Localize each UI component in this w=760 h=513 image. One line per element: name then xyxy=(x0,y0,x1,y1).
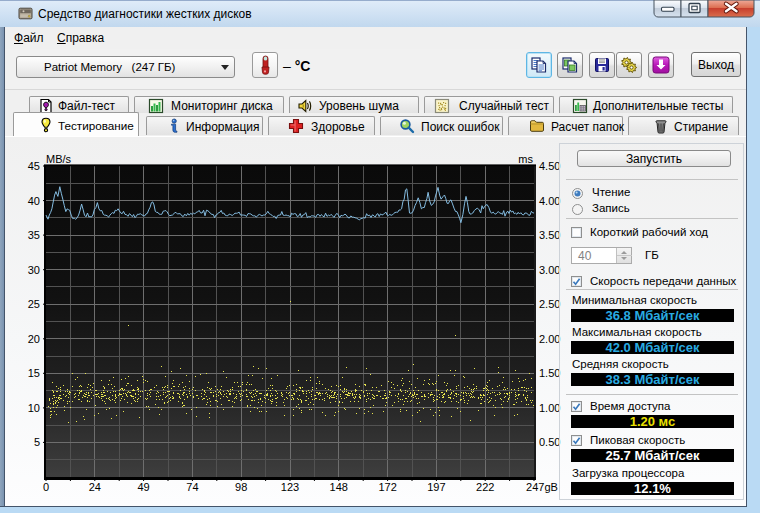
svg-text:3.00: 3.00 xyxy=(539,264,560,276)
svg-text:123: 123 xyxy=(281,481,299,493)
svg-text:40: 40 xyxy=(28,195,40,207)
svg-text:74: 74 xyxy=(186,481,198,493)
svg-text:35: 35 xyxy=(28,229,40,241)
svg-text:49: 49 xyxy=(137,481,149,493)
svg-text:15: 15 xyxy=(28,367,40,379)
svg-text:2.50: 2.50 xyxy=(539,298,560,310)
svg-text:4.00: 4.00 xyxy=(539,195,560,207)
svg-text:2.00: 2.00 xyxy=(539,333,560,345)
svg-text:25: 25 xyxy=(28,298,40,310)
svg-text:197: 197 xyxy=(427,481,445,493)
svg-text:0.50: 0.50 xyxy=(539,436,560,448)
svg-text:5: 5 xyxy=(34,436,40,448)
svg-text:1.50: 1.50 xyxy=(539,367,560,379)
svg-text:10: 10 xyxy=(28,402,40,414)
svg-text:0: 0 xyxy=(43,481,49,493)
svg-text:98: 98 xyxy=(235,481,247,493)
svg-text:222: 222 xyxy=(476,481,494,493)
svg-text:30: 30 xyxy=(28,264,40,276)
svg-text:148: 148 xyxy=(330,481,348,493)
svg-text:3.50: 3.50 xyxy=(539,229,560,241)
svg-text:ms: ms xyxy=(518,153,533,165)
svg-text:4.50: 4.50 xyxy=(539,160,560,172)
svg-text:247gB: 247gB xyxy=(526,481,558,493)
svg-text:172: 172 xyxy=(378,481,396,493)
svg-text:45: 45 xyxy=(28,160,40,172)
svg-text:24: 24 xyxy=(89,481,101,493)
svg-text:20: 20 xyxy=(28,333,40,345)
svg-text:1.00: 1.00 xyxy=(539,402,560,414)
svg-text:MB/s: MB/s xyxy=(46,153,72,165)
